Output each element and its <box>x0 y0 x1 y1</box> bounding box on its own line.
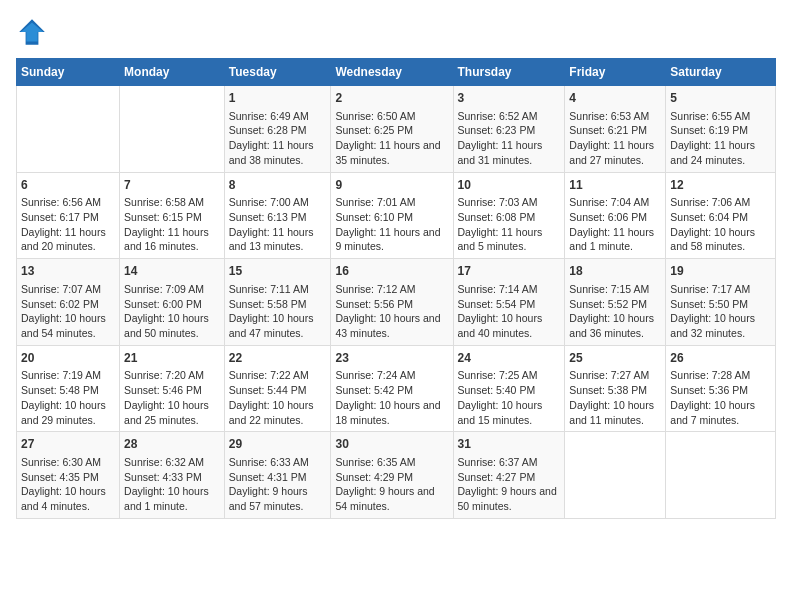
calendar-cell: 11Sunrise: 7:04 AM Sunset: 6:06 PM Dayli… <box>565 172 666 259</box>
calendar-cell: 15Sunrise: 7:11 AM Sunset: 5:58 PM Dayli… <box>224 259 331 346</box>
day-info: Sunrise: 7:06 AM Sunset: 6:04 PM Dayligh… <box>670 195 771 254</box>
day-number: 9 <box>335 177 448 194</box>
day-info: Sunrise: 7:04 AM Sunset: 6:06 PM Dayligh… <box>569 195 661 254</box>
calendar-week-row: 13Sunrise: 7:07 AM Sunset: 6:02 PM Dayli… <box>17 259 776 346</box>
day-info: Sunrise: 7:12 AM Sunset: 5:56 PM Dayligh… <box>335 282 448 341</box>
calendar-cell: 8Sunrise: 7:00 AM Sunset: 6:13 PM Daylig… <box>224 172 331 259</box>
calendar-cell <box>120 86 225 173</box>
day-number: 3 <box>458 90 561 107</box>
calendar-week-row: 6Sunrise: 6:56 AM Sunset: 6:17 PM Daylig… <box>17 172 776 259</box>
calendar-cell: 3Sunrise: 6:52 AM Sunset: 6:23 PM Daylig… <box>453 86 565 173</box>
day-number: 18 <box>569 263 661 280</box>
header-day: Tuesday <box>224 59 331 86</box>
day-number: 19 <box>670 263 771 280</box>
day-number: 7 <box>124 177 220 194</box>
day-info: Sunrise: 7:14 AM Sunset: 5:54 PM Dayligh… <box>458 282 561 341</box>
header-day: Monday <box>120 59 225 86</box>
header-day: Sunday <box>17 59 120 86</box>
calendar-cell: 18Sunrise: 7:15 AM Sunset: 5:52 PM Dayli… <box>565 259 666 346</box>
day-info: Sunrise: 6:32 AM Sunset: 4:33 PM Dayligh… <box>124 455 220 514</box>
day-info: Sunrise: 6:35 AM Sunset: 4:29 PM Dayligh… <box>335 455 448 514</box>
day-number: 4 <box>569 90 661 107</box>
header-day: Wednesday <box>331 59 453 86</box>
day-number: 24 <box>458 350 561 367</box>
calendar-cell: 20Sunrise: 7:19 AM Sunset: 5:48 PM Dayli… <box>17 345 120 432</box>
day-number: 17 <box>458 263 561 280</box>
calendar-cell: 9Sunrise: 7:01 AM Sunset: 6:10 PM Daylig… <box>331 172 453 259</box>
day-number: 27 <box>21 436 115 453</box>
day-number: 11 <box>569 177 661 194</box>
day-number: 22 <box>229 350 327 367</box>
calendar-cell: 17Sunrise: 7:14 AM Sunset: 5:54 PM Dayli… <box>453 259 565 346</box>
day-number: 1 <box>229 90 327 107</box>
calendar-cell: 16Sunrise: 7:12 AM Sunset: 5:56 PM Dayli… <box>331 259 453 346</box>
calendar-cell: 30Sunrise: 6:35 AM Sunset: 4:29 PM Dayli… <box>331 432 453 519</box>
day-number: 2 <box>335 90 448 107</box>
day-number: 13 <box>21 263 115 280</box>
header-day: Saturday <box>666 59 776 86</box>
day-number: 8 <box>229 177 327 194</box>
calendar-cell <box>17 86 120 173</box>
calendar-week-row: 20Sunrise: 7:19 AM Sunset: 5:48 PM Dayli… <box>17 345 776 432</box>
calendar-cell: 12Sunrise: 7:06 AM Sunset: 6:04 PM Dayli… <box>666 172 776 259</box>
calendar-cell: 24Sunrise: 7:25 AM Sunset: 5:40 PM Dayli… <box>453 345 565 432</box>
calendar-cell: 2Sunrise: 6:50 AM Sunset: 6:25 PM Daylig… <box>331 86 453 173</box>
calendar-body: 1Sunrise: 6:49 AM Sunset: 6:28 PM Daylig… <box>17 86 776 519</box>
day-info: Sunrise: 7:09 AM Sunset: 6:00 PM Dayligh… <box>124 282 220 341</box>
calendar-cell <box>565 432 666 519</box>
day-info: Sunrise: 7:11 AM Sunset: 5:58 PM Dayligh… <box>229 282 327 341</box>
day-info: Sunrise: 7:19 AM Sunset: 5:48 PM Dayligh… <box>21 368 115 427</box>
day-number: 28 <box>124 436 220 453</box>
day-number: 12 <box>670 177 771 194</box>
day-info: Sunrise: 7:22 AM Sunset: 5:44 PM Dayligh… <box>229 368 327 427</box>
day-number: 14 <box>124 263 220 280</box>
calendar-cell: 21Sunrise: 7:20 AM Sunset: 5:46 PM Dayli… <box>120 345 225 432</box>
day-number: 5 <box>670 90 771 107</box>
calendar-cell: 25Sunrise: 7:27 AM Sunset: 5:38 PM Dayli… <box>565 345 666 432</box>
calendar-cell: 22Sunrise: 7:22 AM Sunset: 5:44 PM Dayli… <box>224 345 331 432</box>
day-number: 26 <box>670 350 771 367</box>
day-info: Sunrise: 6:30 AM Sunset: 4:35 PM Dayligh… <box>21 455 115 514</box>
logo <box>16 16 52 48</box>
day-number: 15 <box>229 263 327 280</box>
day-info: Sunrise: 7:24 AM Sunset: 5:42 PM Dayligh… <box>335 368 448 427</box>
day-number: 20 <box>21 350 115 367</box>
calendar-cell: 4Sunrise: 6:53 AM Sunset: 6:21 PM Daylig… <box>565 86 666 173</box>
calendar-cell: 19Sunrise: 7:17 AM Sunset: 5:50 PM Dayli… <box>666 259 776 346</box>
header-day: Thursday <box>453 59 565 86</box>
calendar-cell: 5Sunrise: 6:55 AM Sunset: 6:19 PM Daylig… <box>666 86 776 173</box>
day-info: Sunrise: 7:20 AM Sunset: 5:46 PM Dayligh… <box>124 368 220 427</box>
calendar-cell: 7Sunrise: 6:58 AM Sunset: 6:15 PM Daylig… <box>120 172 225 259</box>
calendar-cell: 28Sunrise: 6:32 AM Sunset: 4:33 PM Dayli… <box>120 432 225 519</box>
calendar-cell: 23Sunrise: 7:24 AM Sunset: 5:42 PM Dayli… <box>331 345 453 432</box>
calendar-week-row: 1Sunrise: 6:49 AM Sunset: 6:28 PM Daylig… <box>17 86 776 173</box>
calendar-cell: 10Sunrise: 7:03 AM Sunset: 6:08 PM Dayli… <box>453 172 565 259</box>
calendar-cell: 1Sunrise: 6:49 AM Sunset: 6:28 PM Daylig… <box>224 86 331 173</box>
svg-marker-1 <box>21 22 43 41</box>
calendar-cell: 29Sunrise: 6:33 AM Sunset: 4:31 PM Dayli… <box>224 432 331 519</box>
day-info: Sunrise: 6:55 AM Sunset: 6:19 PM Dayligh… <box>670 109 771 168</box>
logo-icon <box>16 16 48 48</box>
day-info: Sunrise: 7:01 AM Sunset: 6:10 PM Dayligh… <box>335 195 448 254</box>
calendar-cell: 13Sunrise: 7:07 AM Sunset: 6:02 PM Dayli… <box>17 259 120 346</box>
day-number: 6 <box>21 177 115 194</box>
day-info: Sunrise: 6:53 AM Sunset: 6:21 PM Dayligh… <box>569 109 661 168</box>
day-number: 30 <box>335 436 448 453</box>
day-info: Sunrise: 7:00 AM Sunset: 6:13 PM Dayligh… <box>229 195 327 254</box>
header-row: SundayMondayTuesdayWednesdayThursdayFrid… <box>17 59 776 86</box>
day-info: Sunrise: 6:50 AM Sunset: 6:25 PM Dayligh… <box>335 109 448 168</box>
day-info: Sunrise: 7:03 AM Sunset: 6:08 PM Dayligh… <box>458 195 561 254</box>
day-number: 23 <box>335 350 448 367</box>
day-info: Sunrise: 6:58 AM Sunset: 6:15 PM Dayligh… <box>124 195 220 254</box>
day-number: 10 <box>458 177 561 194</box>
calendar-cell: 27Sunrise: 6:30 AM Sunset: 4:35 PM Dayli… <box>17 432 120 519</box>
day-info: Sunrise: 6:56 AM Sunset: 6:17 PM Dayligh… <box>21 195 115 254</box>
day-number: 25 <box>569 350 661 367</box>
day-info: Sunrise: 6:52 AM Sunset: 6:23 PM Dayligh… <box>458 109 561 168</box>
calendar-cell: 26Sunrise: 7:28 AM Sunset: 5:36 PM Dayli… <box>666 345 776 432</box>
day-info: Sunrise: 7:17 AM Sunset: 5:50 PM Dayligh… <box>670 282 771 341</box>
calendar-cell: 31Sunrise: 6:37 AM Sunset: 4:27 PM Dayli… <box>453 432 565 519</box>
day-number: 16 <box>335 263 448 280</box>
day-info: Sunrise: 7:28 AM Sunset: 5:36 PM Dayligh… <box>670 368 771 427</box>
day-number: 31 <box>458 436 561 453</box>
